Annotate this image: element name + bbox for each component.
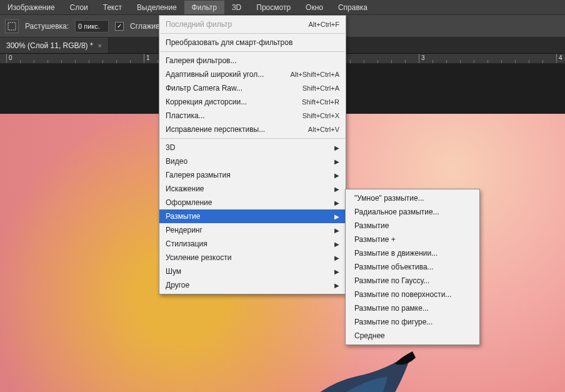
filter-sub-blur[interactable]: Размытие▶	[159, 209, 346, 223]
menu-item-label: Искажение	[166, 184, 204, 193]
chevron-right-icon: ▶	[334, 172, 339, 179]
menu-item-label: Шум	[166, 267, 181, 276]
filter-camera-raw[interactable]: Фильтр Camera Raw... Shift+Ctrl+A	[159, 81, 346, 95]
filter-vanishing-point[interactable]: Исправление перспективы... Alt+Ctrl+V	[159, 123, 346, 136]
menu-item-label: Размытие +	[354, 235, 396, 244]
menu-image[interactable]: Изображение	[0, 1, 62, 14]
blur-surface[interactable]: Размытие по поверхности...	[346, 288, 479, 301]
filter-sub-noise[interactable]: Шум▶	[159, 264, 346, 278]
blur-more[interactable]: Размытие +	[346, 233, 479, 246]
filter-gallery[interactable]: Галерея фильтров...	[159, 54, 346, 68]
filter-sub-blur-gallery[interactable]: Галерея размытия▶	[159, 168, 346, 182]
menu-item-shortcut: Shift+Ctrl+R	[302, 98, 339, 106]
menu-view[interactable]: Просмотр	[249, 1, 298, 14]
blur-motion[interactable]: Размытие в движении...	[346, 246, 479, 260]
filter-lens-correction[interactable]: Коррекция дисторсии... Shift+Ctrl+R	[159, 95, 346, 109]
blur-gaussian[interactable]: Размытие по Гауссу...	[346, 274, 479, 288]
menu-item-label: Размытие по Гауссу...	[354, 276, 429, 285]
menu-item-label: 3D	[166, 143, 175, 152]
menu-item-label: Среднее	[354, 331, 385, 340]
document-tab[interactable]: 300% (Слой 11, RGB/8) * ×	[0, 38, 109, 53]
menu-item-shortcut: Shift+Ctrl+X	[302, 112, 339, 119]
filter-sub-pixelate[interactable]: Оформление▶	[159, 196, 346, 209]
filter-last: Последний фильтр Alt+Ctrl+F	[159, 18, 346, 31]
menu-item-label: Последний фильтр	[166, 20, 232, 29]
menu-item-label: Другое	[166, 281, 189, 289]
menu-separator	[160, 51, 345, 52]
menu-item-label: Рендеринг	[166, 226, 202, 234]
menu-text[interactable]: Текст	[96, 1, 129, 14]
menu-item-label: Размытие объектива...	[354, 263, 434, 271]
filter-sub-distort[interactable]: Искажение▶	[159, 182, 346, 196]
filter-adaptive-wide[interactable]: Адаптивный широкий угол... Alt+Shift+Ctr…	[159, 68, 346, 81]
chevron-right-icon: ▶	[334, 268, 339, 275]
menu-item-label: Размытие	[354, 221, 389, 230]
blur-shape[interactable]: Размытие по фигуре...	[346, 315, 479, 329]
blur-radial[interactable]: Радиальное размытие...	[346, 205, 479, 219]
menu-item-label: Пластика...	[166, 111, 205, 120]
filter-sub-3d[interactable]: 3D▶	[159, 141, 346, 154]
filter-menu-dropdown: Последний фильтр Alt+Ctrl+F Преобразоват…	[159, 15, 346, 294]
menu-item-label: Оформление	[166, 198, 212, 207]
menu-item-label: Размытие по фигуре...	[354, 318, 432, 326]
filter-sub-video[interactable]: Видео▶	[159, 154, 346, 168]
blur-blur[interactable]: Размытие	[346, 219, 479, 233]
menu-item-label: Исправление перспективы...	[166, 125, 265, 134]
document-tab-title: 300% (Слой 11, RGB/8) *	[6, 41, 93, 50]
menu-item-label: Радиальное размытие...	[354, 208, 439, 216]
blur-box[interactable]: Размытие по рамке...	[346, 301, 479, 315]
filter-sub-render[interactable]: Рендеринг▶	[159, 223, 346, 237]
blur-submenu: "Умное" размытие... Радиальное размытие.…	[345, 189, 480, 345]
chevron-right-icon: ▶	[334, 199, 339, 206]
chevron-right-icon: ▶	[334, 144, 339, 151]
filter-sub-stylize[interactable]: Стилизация▶	[159, 237, 346, 251]
tool-preset-icon[interactable]	[5, 19, 19, 33]
chevron-right-icon: ▶	[334, 213, 339, 220]
menu-item-label: Коррекция дисторсии...	[166, 98, 247, 106]
menu-item-label: Усиление резкости	[166, 253, 231, 262]
menu-item-shortcut: Shift+Ctrl+A	[302, 84, 339, 92]
menu-select[interactable]: Выделение	[129, 1, 184, 14]
menu-3d[interactable]: 3D	[224, 1, 249, 14]
chevron-right-icon: ▶	[334, 241, 339, 248]
menu-item-label: Видео	[166, 157, 188, 166]
feather-label: Растушевка:	[25, 22, 69, 31]
menu-filter[interactable]: Фильтр	[184, 1, 224, 14]
menu-separator	[160, 33, 345, 34]
menu-item-label: Адаптивный широкий угол...	[166, 70, 264, 79]
blur-lens[interactable]: Размытие объектива...	[346, 260, 479, 274]
feather-input[interactable]	[75, 20, 109, 33]
menu-item-label: Размытие по поверхности...	[354, 290, 451, 299]
menu-item-label: Фильтр Camera Raw...	[166, 84, 242, 93]
filter-sub-sharpen[interactable]: Усиление резкости▶	[159, 251, 346, 264]
menu-separator	[160, 138, 345, 139]
menu-item-label: Галерея размытия	[166, 171, 231, 179]
chevron-right-icon: ▶	[334, 158, 339, 165]
svg-rect-0	[8, 23, 16, 30]
antialias-checkbox[interactable]: ✓	[115, 22, 124, 31]
menu-item-shortcut: Alt+Ctrl+V	[308, 126, 339, 133]
close-icon[interactable]: ×	[98, 42, 102, 49]
menu-item-label: Галерея фильтров...	[166, 56, 236, 65]
menu-layers[interactable]: Слои	[62, 1, 96, 14]
menu-item-shortcut: Alt+Ctrl+F	[308, 21, 339, 28]
chevron-right-icon: ▶	[334, 254, 339, 261]
filter-sub-other[interactable]: Другое▶	[159, 278, 346, 292]
filter-liquify[interactable]: Пластика... Shift+Ctrl+X	[159, 109, 346, 123]
chevron-right-icon: ▶	[334, 227, 339, 234]
filter-convert-smart[interactable]: Преобразовать для смарт-фильтров	[159, 36, 346, 49]
bird-illustration	[225, 339, 425, 392]
chevron-right-icon: ▶	[334, 282, 339, 289]
menu-item-label: Размытие в движении...	[354, 249, 438, 258]
menu-help[interactable]: Справка	[331, 1, 375, 14]
menu-item-label: Размытие	[166, 212, 200, 221]
menu-bar: Изображение Слои Текст Выделение Фильтр …	[0, 0, 565, 15]
menu-item-label: Стилизация	[166, 239, 208, 248]
menu-item-label: Размытие по рамке...	[354, 304, 429, 313]
blur-average[interactable]: Среднее	[346, 329, 479, 343]
menu-item-label: "Умное" размытие...	[354, 194, 424, 203]
blur-smart[interactable]: "Умное" размытие...	[346, 191, 479, 205]
chevron-right-icon: ▶	[334, 186, 339, 193]
menu-window[interactable]: Окно	[298, 1, 331, 14]
menu-item-shortcut: Alt+Shift+Ctrl+A	[290, 71, 339, 78]
